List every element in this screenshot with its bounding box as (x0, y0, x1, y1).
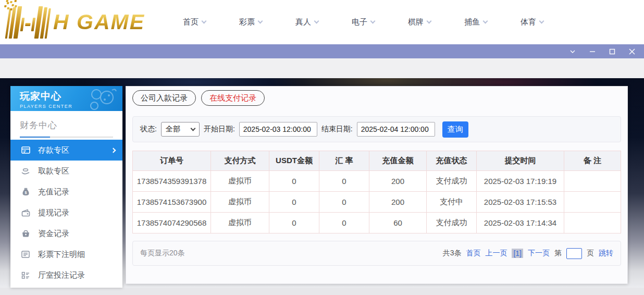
prev-page-link[interactable]: 上一页 (485, 249, 507, 258)
withdraw-icon (21, 166, 30, 176)
logo[interactable]: H GAME (7, 6, 151, 39)
record-tabs: 公司入款记录 在线支付记录 (132, 90, 621, 106)
status-label: 状态: (140, 125, 157, 134)
table-cell: 虚拟币 (211, 213, 269, 233)
table-cell (564, 192, 621, 213)
nav-item[interactable]: 彩票 (239, 17, 262, 27)
column-header: 备 注 (564, 151, 621, 171)
main-nav: 首页 彩票 真人 电子 棋牌 捕鱼 (183, 17, 543, 27)
start-date-input[interactable] (239, 122, 317, 137)
sidebar-item-hall-bets[interactable]: 厅室投注记录 (10, 265, 122, 286)
end-date-label: 结束日期: (321, 125, 353, 134)
cashout-record-icon (21, 208, 30, 217)
logo-h-icon (5, 6, 52, 39)
table-header-row: 订单号支付方式USDT金额汇 率充值金额充值状态提交时间备 注 (133, 151, 621, 171)
sidebar-item-recharge-records[interactable]: $ 充值记录 (10, 181, 122, 202)
table-cell: 60 (369, 213, 427, 233)
table-cell: 0 (269, 171, 319, 192)
filter-bar: 状态: 全部 开始日期: 结束日期: 查询 (132, 116, 621, 142)
window-titlebar (0, 44, 644, 58)
nav-item-label: 捕鱼 (464, 17, 480, 27)
chevron-down-icon (370, 19, 376, 24)
workspace-background: 玩家中心 PLAYERS CENTER 财务中心 存款专区 (0, 78, 644, 288)
status-select[interactable]: 全部 (161, 122, 200, 137)
sidebar-item-deposit[interactable]: 存款专区 (10, 140, 122, 161)
window-close-icon[interactable] (628, 48, 636, 55)
nav-item[interactable]: 电子 (352, 17, 375, 27)
recharge-record-icon: $ (21, 187, 30, 196)
table-cell (564, 171, 621, 192)
table-cell: 支付成功 (427, 171, 477, 192)
table-cell: 2025-02-03 17:15:53 (477, 192, 564, 213)
first-page-link[interactable]: 首页 (466, 249, 480, 258)
jump-button[interactable]: 跳转 (599, 249, 613, 258)
table-cell: 0 (269, 213, 319, 233)
table-cell: 0 (269, 192, 319, 213)
table-cell (564, 213, 621, 233)
column-header: 充值状态 (427, 151, 477, 171)
next-page-link[interactable]: 下一页 (528, 249, 550, 258)
column-header: 汇 率 (319, 151, 369, 171)
end-date-input[interactable] (357, 122, 435, 137)
content-panel: 公司入款记录 在线支付记录 状态: 全部 开始日期: 结束日期: 查询 订单号支… (126, 86, 628, 284)
confetti-decoration (7, 2, 9, 4)
page-jump-input[interactable] (566, 248, 582, 259)
chevron-down-icon (539, 19, 544, 24)
sidebar-item-withdraw[interactable]: 取款专区 (10, 161, 122, 181)
sidebar-section-title: 财务中心 (20, 119, 113, 131)
table-row: 1738574074290568虚拟币0060支付成功2025-02-03 17… (133, 213, 621, 233)
footer-strip (0, 288, 644, 295)
tab-online-payment-records[interactable]: 在线支付记录 (201, 90, 265, 106)
tab-company-deposit-records[interactable]: 公司入款记录 (132, 90, 196, 106)
nav-item-label: 首页 (183, 17, 199, 27)
sidebar-item-funds-records[interactable]: 资金记录 (10, 223, 122, 244)
nav-item[interactable]: 体育 (521, 17, 543, 27)
per-page-text: 每页显示20条 (140, 249, 185, 258)
total-count: 共3条 (443, 249, 462, 258)
table-cell: 支付中 (427, 192, 477, 213)
deposit-icon (21, 145, 30, 155)
table-cell: 2025-02-03 17:19:19 (477, 171, 564, 192)
table-cell: 1738574153673900 (133, 192, 211, 213)
column-header: 订单号 (133, 151, 211, 171)
column-header: 充值金额 (369, 151, 427, 171)
lottery-bets-icon (21, 250, 30, 259)
pagination-bar: 每页显示20条 共3条 首页 上一页 [1] 下一页 第 页 跳转 (132, 241, 621, 266)
svg-text:$: $ (24, 191, 27, 195)
table-cell: 200 (369, 192, 427, 213)
window-maximize-icon[interactable] (609, 48, 616, 55)
table-cell: 200 (369, 171, 427, 192)
nav-item-label: 真人 (295, 17, 311, 27)
table-row: 1738574153673900虚拟币00200支付中2025-02-03 17… (133, 192, 621, 213)
chevron-right-icon (111, 148, 116, 153)
sidebar-item-lottery-bets[interactable]: 彩票下注明细 (10, 244, 122, 265)
nav-item[interactable]: 棋牌 (408, 17, 431, 27)
sidebar-item-label: 存款专区 (38, 145, 69, 155)
sidebar: 玩家中心 PLAYERS CENTER 财务中心 存款专区 (10, 86, 122, 288)
table-cell: 支付成功 (427, 213, 477, 233)
nav-item-label: 体育 (521, 17, 536, 27)
nav-item[interactable]: 捕鱼 (464, 17, 487, 27)
sidebar-menu: 存款专区 取款专区 $ 充值记录 提现记录 (10, 140, 122, 286)
sidebar-item-cashout-records[interactable]: 提现记录 (10, 202, 122, 223)
sidebar-item-label: 彩票下注明细 (38, 250, 85, 260)
window-minimize-icon[interactable] (589, 48, 596, 55)
current-page-indicator: [1] (512, 249, 523, 258)
table-cell: 1738574359391378 (133, 171, 211, 192)
funds-record-icon (21, 229, 30, 238)
jump-prefix-label: 第 (554, 249, 562, 258)
nav-item-label: 棋牌 (408, 17, 424, 27)
chevron-down-icon (202, 19, 207, 24)
nav-item[interactable]: 真人 (295, 17, 318, 27)
chevron-down-icon (314, 19, 319, 24)
sidebar-item-label: 提现记录 (38, 208, 69, 218)
window-chevron-down-icon[interactable] (569, 48, 576, 55)
hall-bets-icon (21, 271, 30, 280)
table-cell: 虚拟币 (211, 171, 269, 192)
start-date-label: 开始日期: (204, 125, 235, 134)
table-cell: 0 (319, 192, 369, 213)
nav-item-label: 电子 (352, 17, 367, 27)
nav-item[interactable]: 首页 (183, 17, 206, 27)
sidebar-item-label: 厅室投注记录 (38, 271, 85, 280)
query-button[interactable]: 查询 (442, 121, 468, 138)
